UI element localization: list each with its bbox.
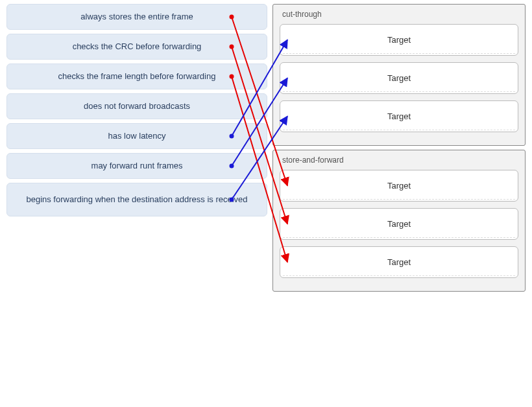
source-item[interactable]: begins forwarding when the destination a…: [6, 183, 267, 216]
source-item[interactable]: does not forward broadcasts: [6, 93, 267, 119]
source-item[interactable]: checks the CRC before forwarding: [6, 34, 267, 60]
drop-target[interactable]: Target: [280, 24, 518, 56]
drop-target[interactable]: Target: [280, 208, 518, 240]
target-groups: cut-through Target Target Target store-a…: [272, 0, 532, 407]
group-label: store-and-forward: [277, 153, 521, 170]
source-item[interactable]: may forward runt frames: [6, 153, 267, 179]
drop-target[interactable]: Target: [280, 246, 518, 278]
group-label: cut-through: [277, 7, 521, 24]
source-item[interactable]: checks the frame length before forwardin…: [6, 64, 267, 89]
drop-target[interactable]: Target: [280, 100, 518, 132]
drop-target[interactable]: Target: [280, 62, 518, 94]
group-cut-through: cut-through Target Target Target: [272, 4, 526, 146]
source-item[interactable]: has low latency: [6, 123, 267, 149]
group-store-and-forward: store-and-forward Target Target Target: [272, 150, 526, 292]
source-list: always stores the entire frame checks th…: [0, 0, 272, 407]
drop-target[interactable]: Target: [280, 170, 518, 202]
source-item[interactable]: always stores the entire frame: [6, 4, 267, 30]
